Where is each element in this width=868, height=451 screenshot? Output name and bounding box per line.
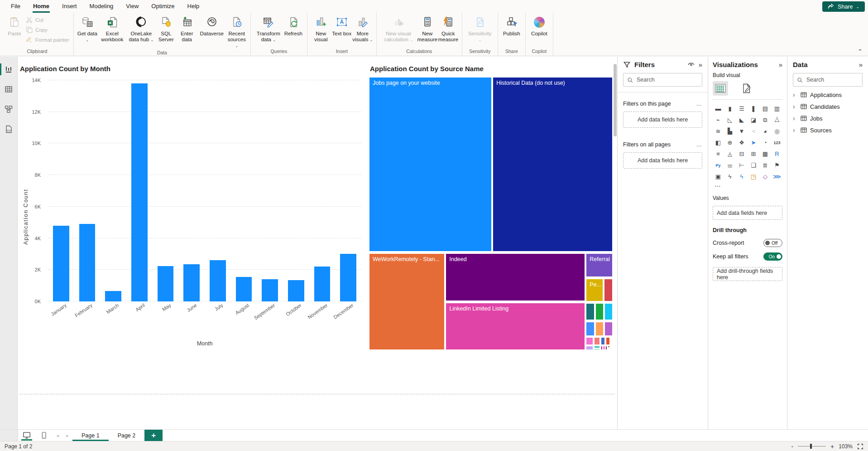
menu-tab-file[interactable]: File: [5, 0, 27, 13]
new-measure-button[interactable]: New measure: [417, 13, 438, 43]
refresh-button[interactable]: Refresh: [283, 13, 304, 37]
treemap-tile[interactable]: [586, 304, 594, 320]
filled-map-icon[interactable]: ❖: [736, 138, 747, 147]
cut-button[interactable]: Cut: [26, 16, 69, 23]
bar-june[interactable]: [183, 264, 200, 301]
publish-button[interactable]: Publish: [501, 13, 522, 37]
treemap-tile[interactable]: [608, 346, 609, 347]
collapse-filters-pane-icon[interactable]: »: [699, 61, 702, 68]
model-view-button[interactable]: [0, 102, 18, 116]
treemap-visual[interactable]: Application Count by Source Name Jobs pa…: [369, 64, 614, 352]
copilot-button[interactable]: Copilot: [529, 13, 550, 37]
100-stacked-bar-chart-icon[interactable]: ▤: [760, 104, 771, 113]
smart-narrative-icon[interactable]: ≣: [760, 160, 771, 170]
treemap-tile[interactable]: [586, 346, 593, 349]
table-view-button[interactable]: [0, 82, 18, 97]
area-chart-icon[interactable]: ◺: [724, 115, 735, 125]
treemap-tile[interactable]: [596, 304, 603, 320]
icon-map-icon[interactable]: ◳: [748, 172, 759, 181]
line-and-clustered-column-chart-icon[interactable]: ⧊: [772, 115, 782, 125]
data-table-applications[interactable]: ›Applications: [793, 91, 863, 98]
transform-data-button[interactable]: Transform data ⌄: [254, 13, 283, 43]
ribbon-chart-icon[interactable]: ≋: [713, 126, 724, 136]
dax-query-view-button[interactable]: DAX: [0, 122, 18, 136]
bar-august[interactable]: [236, 277, 252, 301]
bar-november[interactable]: [314, 267, 331, 301]
stacked-bar-chart-icon[interactable]: ▬: [713, 104, 724, 113]
format-visual-tab[interactable]: [739, 81, 754, 96]
eye-icon[interactable]: [687, 61, 695, 68]
r-script-visual-icon[interactable]: R: [772, 149, 782, 159]
zoom-in-button[interactable]: +: [830, 444, 834, 449]
table-icon[interactable]: ⊞: [748, 149, 759, 159]
recent-sources-button[interactable]: Recent sources ⌄: [226, 13, 247, 49]
bar-october[interactable]: [288, 280, 304, 301]
get-data-button[interactable]: Get data ⌄: [77, 13, 98, 43]
bar-february[interactable]: [79, 224, 96, 301]
expand-chevron-icon[interactable]: ›: [793, 103, 797, 110]
build-visual-tab[interactable]: [713, 81, 728, 96]
bar-may[interactable]: [158, 266, 174, 301]
more-visual-types-icon[interactable]: ⋯: [715, 182, 782, 189]
copy-button[interactable]: Copy: [26, 26, 69, 33]
treemap-tile[interactable]: [596, 322, 603, 335]
treemap-tile[interactable]: [595, 346, 599, 348]
treemap-tile[interactable]: [595, 338, 599, 344]
text-box-button[interactable]: Text box: [331, 13, 352, 37]
share-button[interactable]: Share ⌄: [822, 1, 865, 12]
treemap-tile-jobs-page-on-your-website[interactable]: Jobs page on your website: [369, 78, 491, 251]
card-icon[interactable]: 123: [772, 138, 782, 147]
treemap-tile[interactable]: [604, 279, 612, 301]
pie-chart-icon[interactable]: ◕: [760, 126, 771, 136]
treemap-icon[interactable]: ◧: [713, 138, 724, 147]
bar-january[interactable]: [53, 226, 69, 301]
menu-tab-view[interactable]: View: [120, 0, 145, 13]
data-table-candidates[interactable]: ›Candidates: [793, 103, 863, 110]
sensitivity-button[interactable]: Sensitivity ⌄: [465, 13, 494, 42]
bar-september[interactable]: [262, 279, 278, 301]
previous-page-arrow[interactable]: ◂: [53, 430, 62, 441]
100-stacked-area-chart-icon[interactable]: ◪: [748, 115, 759, 125]
treemap-tile[interactable]: [586, 338, 593, 344]
expand-chevron-icon[interactable]: ›: [793, 115, 797, 122]
waterfall-chart-icon[interactable]: ▙: [724, 126, 735, 136]
collapse-visualizations-pane-icon[interactable]: »: [779, 61, 782, 68]
onelake-data-hub-button[interactable]: OneLake data hub ⌄: [127, 13, 156, 43]
treemap-tile[interactable]: [595, 349, 599, 349]
kpi-icon[interactable]: ◬: [724, 149, 735, 159]
menu-tab-modeling[interactable]: Modeling: [83, 0, 120, 13]
stacked-area-chart-icon[interactable]: ◣: [736, 115, 747, 125]
slicer-icon[interactable]: ⊟: [736, 149, 747, 159]
treemap-tile-indeed[interactable]: Indeed: [446, 254, 585, 301]
treemap-tile-weworkremotely-stan[interactable]: WeWorkRemotely - Stan...: [369, 254, 444, 349]
treemap-tile[interactable]: [604, 346, 604, 349]
gauge-icon[interactable]: ◔: [760, 138, 771, 147]
data-search-box[interactable]: [793, 73, 863, 87]
clustered-bar-chart-icon[interactable]: ☰: [736, 104, 747, 113]
expand-chevron-icon[interactable]: ›: [793, 126, 797, 134]
data-search-input[interactable]: [806, 77, 858, 83]
desktop-layout-button[interactable]: [18, 430, 35, 441]
dataverse-button[interactable]: Dataverse: [197, 13, 226, 37]
qa-visual-icon[interactable]: ❑: [748, 160, 759, 170]
collapse-data-pane-icon[interactable]: »: [859, 61, 863, 68]
power-apps-icon[interactable]: ϟ: [724, 172, 735, 181]
add-page-button[interactable]: +: [144, 430, 163, 441]
treemap-tile-historical-data-do-not-use[interactable]: Historical Data (do not use): [493, 78, 612, 251]
keep-all-filters-toggle[interactable]: On: [763, 252, 782, 261]
report-canvas[interactable]: Application Count by Month Application C…: [18, 57, 617, 429]
treemap-tile-referral[interactable]: Referral: [586, 254, 612, 276]
enter-data-button[interactable]: Enter data: [177, 13, 197, 43]
power-platform-icon[interactable]: ⋙: [772, 172, 782, 181]
scatter-chart-icon[interactable]: ⁖: [748, 126, 759, 136]
dynamics-visual-icon[interactable]: ◇: [760, 172, 771, 181]
bar-july[interactable]: [210, 260, 226, 301]
filters-all-pages-dropzone[interactable]: Add data fields here: [623, 152, 702, 169]
100-stacked-column-chart-icon[interactable]: ▥: [772, 104, 782, 113]
more-options-icon[interactable]: …: [696, 141, 703, 148]
filters-search-input[interactable]: [637, 77, 698, 83]
stacked-column-chart-icon[interactable]: ▮: [724, 104, 735, 113]
bar-chart-visual[interactable]: Application Count by Month Application C…: [19, 64, 368, 352]
tile-slicer-icon[interactable]: ⚌: [724, 160, 735, 170]
treemap-tile-pe[interactable]: Pe...: [586, 279, 603, 301]
